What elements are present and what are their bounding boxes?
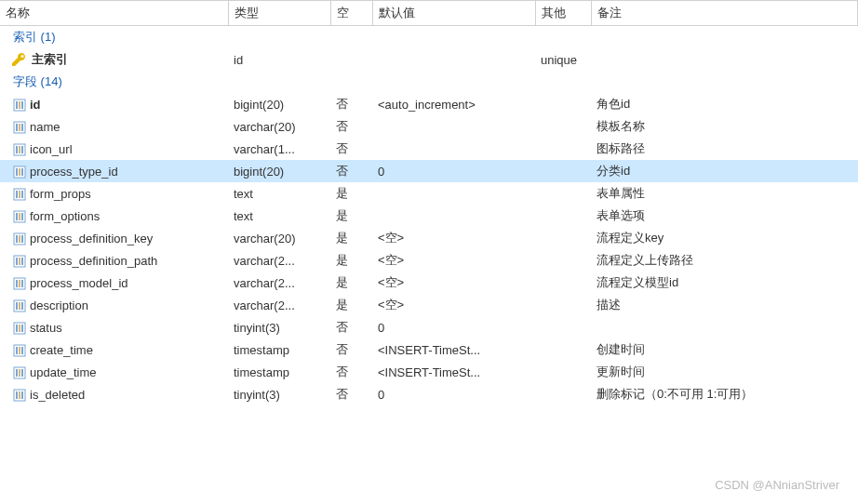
table-row[interactable]: statustinyint(3)否0	[0, 316, 858, 338]
table-row[interactable]: process_definition_keyvarchar(20)是<空>流程定…	[0, 227, 858, 249]
column-icon	[13, 232, 26, 245]
svg-rect-41	[16, 325, 18, 332]
header-other[interactable]: 其他	[535, 1, 591, 26]
svg-rect-10	[19, 146, 20, 153]
table-row[interactable]: namevarchar(20)否模板名称	[0, 115, 858, 138]
field-other	[535, 294, 591, 316]
header-name[interactable]: 名称	[0, 1, 228, 26]
field-remark: 流程定义key	[591, 227, 858, 249]
svg-rect-9	[16, 146, 18, 153]
column-icon	[13, 366, 26, 379]
field-default: <空>	[372, 272, 535, 294]
column-icon	[13, 166, 26, 179]
svg-rect-38	[19, 302, 20, 310]
table-row[interactable]: process_definition_pathvarchar(2...是<空>流…	[0, 249, 858, 272]
svg-rect-53	[16, 391, 18, 399]
table-row[interactable]: create_timetimestamp否<INSERT-TimeSt...创建…	[0, 338, 858, 361]
column-icon	[13, 121, 26, 134]
primary-index-other: unique	[535, 48, 591, 71]
svg-rect-23	[21, 213, 23, 220]
svg-rect-11	[21, 146, 23, 153]
table-row[interactable]: icon_urlvarchar(1...否图标路径	[0, 138, 858, 160]
field-name: status	[30, 321, 62, 335]
field-type: timestamp	[228, 338, 330, 361]
field-other	[535, 316, 591, 338]
field-default	[372, 205, 535, 227]
field-name: description	[30, 298, 88, 312]
field-other	[535, 115, 591, 138]
table-row[interactable]: process_model_idvarchar(2...是<空>流程定义模型id	[0, 272, 858, 294]
field-other	[535, 338, 591, 361]
field-null: 是	[330, 294, 372, 316]
svg-rect-2	[19, 101, 20, 109]
field-default: <空>	[372, 294, 535, 316]
primary-index-row[interactable]: 主索引 id unique	[0, 48, 858, 71]
field-null: 否	[330, 160, 372, 182]
field-null: 否	[330, 361, 372, 383]
column-icon	[13, 188, 26, 201]
field-null: 否	[330, 93, 372, 115]
field-other	[535, 249, 591, 272]
svg-rect-34	[19, 280, 20, 287]
svg-rect-39	[21, 302, 23, 310]
primary-index-type: id	[228, 48, 330, 71]
field-type: varchar(2...	[228, 249, 330, 272]
field-remark: 描述	[591, 294, 858, 316]
field-name: process_definition_path	[30, 254, 157, 268]
table-row[interactable]: descriptionvarchar(2...是<空>描述	[0, 294, 858, 316]
header-type[interactable]: 类型	[228, 1, 330, 26]
header-null[interactable]: 空	[330, 1, 372, 26]
field-remark: 流程定义上传路径	[591, 249, 858, 272]
field-name: process_definition_key	[30, 232, 153, 245]
field-name: id	[30, 98, 41, 112]
field-null: 否	[330, 138, 372, 160]
svg-rect-5	[16, 124, 18, 131]
table-row[interactable]: form_propstext是表单属性	[0, 182, 858, 205]
field-default: 0	[372, 160, 535, 182]
field-null: 是	[330, 227, 372, 249]
header-default[interactable]: 默认值	[372, 1, 535, 26]
table-row[interactable]: is_deletedtinyint(3)否0删除标记（0:不可用 1:可用）	[0, 383, 858, 405]
field-remark: 更新时间	[591, 361, 858, 383]
svg-rect-15	[21, 168, 23, 176]
field-type: varchar(20)	[228, 115, 330, 138]
group-fields[interactable]: 字段 (14)	[0, 71, 858, 93]
column-icon	[13, 143, 26, 156]
svg-rect-22	[19, 213, 20, 220]
field-default: <INSERT-TimeSt...	[372, 361, 535, 383]
field-default: 0	[372, 316, 535, 338]
svg-rect-43	[21, 325, 23, 332]
svg-rect-29	[16, 258, 18, 265]
svg-rect-35	[21, 280, 23, 287]
svg-rect-33	[16, 280, 18, 287]
field-other	[535, 383, 591, 405]
field-null: 是	[330, 205, 372, 227]
field-remark: 图标路径	[591, 138, 858, 160]
svg-rect-37	[16, 302, 18, 310]
field-null: 是	[330, 182, 372, 205]
header-remark[interactable]: 备注	[591, 1, 858, 26]
field-other	[535, 93, 591, 115]
table-row[interactable]: idbigint(20)否<auto_increment>角色id	[0, 93, 858, 115]
svg-rect-45	[16, 347, 18, 354]
svg-rect-51	[21, 369, 23, 377]
svg-rect-47	[21, 347, 23, 354]
table-row[interactable]: update_timetimestamp否<INSERT-TimeSt...更新…	[0, 361, 858, 383]
svg-rect-25	[16, 235, 18, 243]
svg-rect-50	[19, 369, 20, 377]
table-row[interactable]: process_type_idbigint(20)否0分类id	[0, 160, 858, 182]
svg-rect-46	[19, 347, 20, 354]
field-remark: 表单选项	[591, 205, 858, 227]
svg-rect-26	[19, 235, 20, 243]
field-name: process_model_id	[30, 276, 128, 290]
group-index[interactable]: 索引 (1)	[0, 26, 858, 49]
field-remark: 流程定义模型id	[591, 272, 858, 294]
field-null: 否	[330, 383, 372, 405]
column-icon	[13, 99, 26, 112]
field-default	[372, 182, 535, 205]
table-row[interactable]: form_optionstext是表单选项	[0, 205, 858, 227]
field-null: 否	[330, 316, 372, 338]
field-remark	[591, 316, 858, 338]
field-type: bigint(20)	[228, 160, 330, 182]
field-other	[535, 160, 591, 182]
